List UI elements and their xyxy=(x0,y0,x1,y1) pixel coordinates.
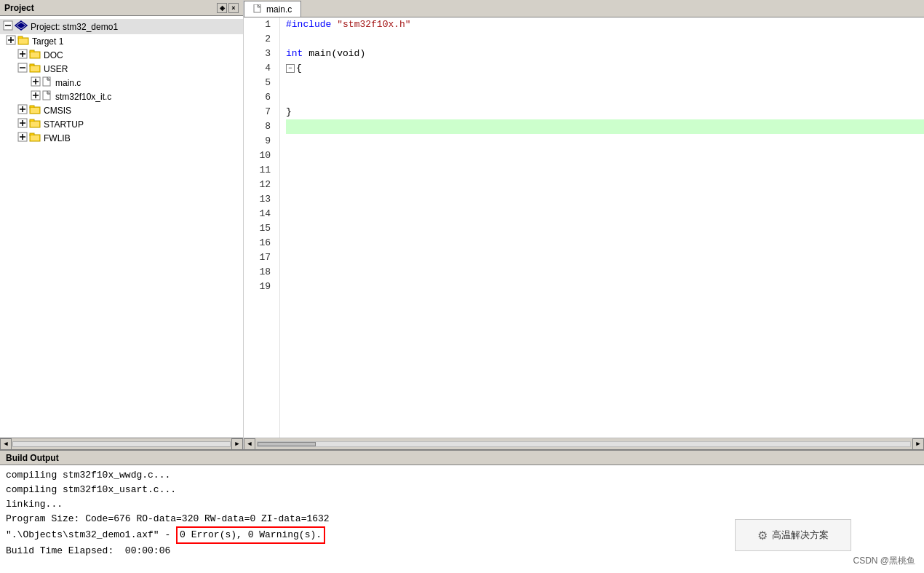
code-line-17 xyxy=(286,250,924,265)
sidebar-scroll-track xyxy=(12,441,231,447)
project-diamond-icon xyxy=(15,20,28,31)
line-num-6: 6 xyxy=(244,90,274,105)
tree-item-user[interactable]: USER xyxy=(0,62,243,76)
svg-rect-20 xyxy=(31,66,39,71)
scroll-right-arrow[interactable]: ▶ xyxy=(231,438,243,450)
cmsis-label: CMSIS xyxy=(44,106,71,116)
line-num-15: 15 xyxy=(244,221,274,236)
code-line-14 xyxy=(286,207,924,221)
stm-it-label: stm32f10x_it.c xyxy=(55,92,111,102)
svg-rect-39 xyxy=(30,106,34,108)
code-content[interactable]: #include "stm32f10x.h" int main(void) −{ xyxy=(280,17,924,438)
code-editor[interactable]: 1 2 3 4 5 6 7 8 9 10 11 12 13 14 15 16 1… xyxy=(244,17,924,438)
open-brace: { xyxy=(296,61,302,76)
target-icon xyxy=(17,35,29,47)
svg-rect-52 xyxy=(31,135,39,141)
scroll-left-arrow[interactable]: ◀ xyxy=(0,438,12,450)
build-error-count: 0 Error(s), 0 Warning(s). xyxy=(176,526,325,544)
project-panel: Project ◈ × xyxy=(0,0,244,449)
svg-rect-14 xyxy=(30,50,34,52)
editor-scrollbar: ◀ ▶ xyxy=(244,438,924,449)
code-line-18 xyxy=(286,265,924,280)
line-num-19: 19 xyxy=(244,280,274,294)
startup-folder-icon xyxy=(29,118,41,130)
watermark-text: CSDN @黑桃鱼 xyxy=(853,556,915,566)
line-num-3: 3 xyxy=(244,47,274,61)
tree-item-target1[interactable]: Target 1 xyxy=(0,34,243,48)
code-line-7: } xyxy=(286,105,924,119)
line-num-11: 11 xyxy=(244,163,274,178)
editor-area: main.c 1 2 3 4 5 6 7 8 9 10 11 12 13 14 … xyxy=(244,0,924,449)
startup-label: STARTUP xyxy=(44,119,84,130)
build-output-title: Build Output xyxy=(6,453,59,463)
code-line-9 xyxy=(286,134,924,149)
doc-label: DOC xyxy=(44,50,63,60)
editor-scroll-right[interactable]: ▶ xyxy=(912,438,924,450)
line-num-16: 16 xyxy=(244,236,274,250)
build-line-1: compiling stm32f10x_wwdg.c... xyxy=(6,468,918,483)
project-panel-header: Project ◈ × xyxy=(0,0,243,16)
collapse-button[interactable]: − xyxy=(286,64,295,73)
line-num-10: 10 xyxy=(244,149,274,163)
tab-label: main.c xyxy=(266,4,292,15)
project-icon xyxy=(15,20,28,33)
stm-file-icon xyxy=(42,90,52,103)
code-line-16 xyxy=(286,236,924,250)
build-output-panel: Build Output compiling stm32f10x_wwdg.c.… xyxy=(0,449,924,573)
line-num-1: 1 xyxy=(244,17,274,32)
panel-header-icons: ◈ × xyxy=(217,3,239,13)
include-keyword: #include xyxy=(286,17,331,32)
tree-item-doc[interactable]: DOC xyxy=(0,48,243,62)
line-numbers: 1 2 3 4 5 6 7 8 9 10 11 12 13 14 15 16 1… xyxy=(244,17,280,438)
expand-icon xyxy=(3,20,13,31)
editor-scroll-left[interactable]: ◀ xyxy=(244,438,255,450)
build-output-header: Build Output xyxy=(0,451,924,465)
tree-item-main-c[interactable]: main.c xyxy=(0,76,243,90)
sidebar-scrollbar: ◀ ▶ xyxy=(0,438,243,449)
folder-icon xyxy=(29,63,41,73)
main-c-file-icon xyxy=(42,76,52,89)
build-line-2: compiling stm32f10x_usart.c... xyxy=(6,483,918,497)
tab-bar: main.c xyxy=(244,0,924,17)
editor-scroll-track xyxy=(257,441,911,447)
line-num-17: 17 xyxy=(244,250,274,265)
svg-rect-9 xyxy=(19,39,28,44)
project-root[interactable]: Project: stm32_demo1 xyxy=(0,19,243,34)
line-num-13: 13 xyxy=(244,192,274,207)
editor-scroll-thumb xyxy=(258,442,316,446)
fwlib-label: FWLIB xyxy=(44,133,71,143)
tree-item-cmsis[interactable]: CMSIS xyxy=(0,103,243,117)
project-tree: Project: stm32_demo1 xyxy=(0,16,243,438)
svg-rect-19 xyxy=(30,64,34,66)
file-icon xyxy=(42,90,52,100)
target1-label: Target 1 xyxy=(32,36,63,47)
folder-icon xyxy=(17,35,29,45)
collapse-icon xyxy=(6,35,16,45)
ad-gear-icon: ⚙ xyxy=(757,529,768,542)
main-c-label: main.c xyxy=(55,78,81,88)
folder-icon xyxy=(29,132,41,142)
expand-mainc-icon xyxy=(31,76,41,87)
user-folder-icon xyxy=(29,63,41,75)
project-panel-title: Project xyxy=(4,3,34,13)
ad-button[interactable]: ⚙ 高温解决方案 xyxy=(735,519,851,551)
tree-item-fwlib[interactable]: FWLIB xyxy=(0,131,243,145)
code-line-10 xyxy=(286,149,924,163)
line-num-12: 12 xyxy=(244,178,274,192)
line-num-7: 7 xyxy=(244,105,274,119)
tree-item-startup[interactable]: STARTUP xyxy=(0,117,243,131)
pin-icon[interactable]: ◈ xyxy=(217,3,227,13)
code-line-5 xyxy=(286,76,924,90)
expand-doc-icon xyxy=(17,49,28,59)
file-tab-icon xyxy=(253,4,263,15)
line-num-18: 18 xyxy=(244,265,274,280)
svg-rect-15 xyxy=(31,52,39,58)
tab-main-c[interactable]: main.c xyxy=(244,1,301,17)
folder-icon xyxy=(29,104,41,114)
close-icon[interactable]: × xyxy=(228,3,239,13)
doc-folder-icon xyxy=(29,49,41,61)
csdn-watermark: CSDN @黑桃鱼 xyxy=(853,555,915,567)
code-line-3: int main(void) xyxy=(286,47,924,61)
tree-item-stm32-it[interactable]: stm32f10x_it.c xyxy=(0,90,243,103)
folder-icon xyxy=(29,49,41,59)
